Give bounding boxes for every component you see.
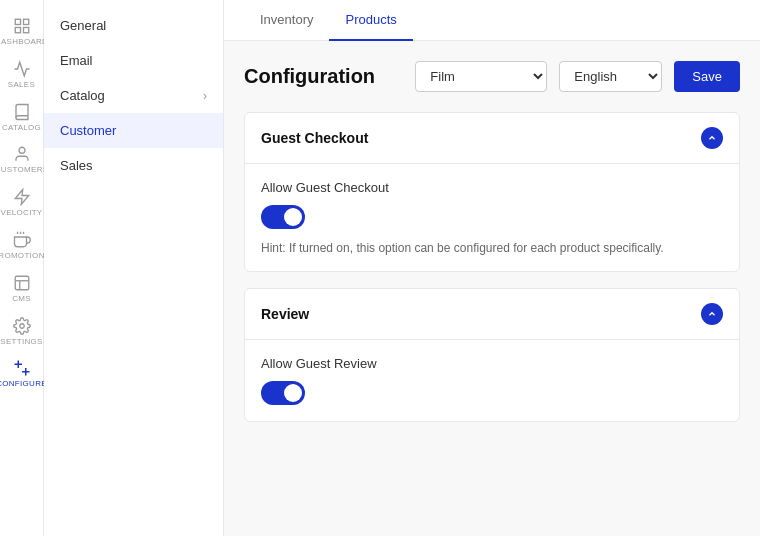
guest-checkout-hint: Hint: If turned on, this option can be c… <box>261 241 723 255</box>
svg-point-4 <box>19 148 25 154</box>
guest-checkout-collapse-btn[interactable] <box>701 127 723 149</box>
catalog-icon <box>12 102 32 122</box>
nav-label-configure: CONFIGURE <box>0 380 47 389</box>
content-area: Configuration Film All Stores Default St… <box>224 41 760 536</box>
sidebar-label-email: Email <box>60 53 93 68</box>
sidebar: General Email Catalog › Customer Sales <box>44 0 224 536</box>
store-select[interactable]: Film All Stores Default Store <box>415 61 547 92</box>
nav-label-dashboard: DASHBOARD <box>0 38 48 47</box>
allow-guest-checkout-label: Allow Guest Checkout <box>261 180 723 195</box>
icon-nav: DASHBOARD SALES CATALOG CUSTOMERS VELOCI… <box>0 0 44 536</box>
sidebar-label-customer: Customer <box>60 123 116 138</box>
config-header: Configuration Film All Stores Default St… <box>244 61 740 92</box>
nav-label-settings: SETTINGS <box>0 338 42 347</box>
customers-icon <box>12 144 32 164</box>
nav-item-catalog[interactable]: CATALOG <box>0 94 44 137</box>
language-select[interactable]: English French German Spanish <box>559 61 662 92</box>
sidebar-label-general: General <box>60 18 106 33</box>
tab-bar: Inventory Products <box>224 0 760 41</box>
sales-icon <box>12 59 32 79</box>
svg-rect-1 <box>23 19 28 24</box>
review-title: Review <box>261 306 309 322</box>
settings-icon <box>12 316 32 336</box>
tab-inventory[interactable]: Inventory <box>244 0 329 41</box>
config-title: Configuration <box>244 65 375 88</box>
nav-item-cms[interactable]: CMS <box>0 265 44 308</box>
nav-label-customers: CUSTOMERS <box>0 166 48 175</box>
nav-item-sales[interactable]: SALES <box>0 51 44 94</box>
svg-point-12 <box>19 323 24 328</box>
nav-item-customers[interactable]: CUSTOMERS <box>0 136 44 179</box>
chevron-right-icon: › <box>203 89 207 103</box>
guest-checkout-body: Allow Guest Checkout Hint: If turned on,… <box>245 164 739 271</box>
allow-guest-review-toggle[interactable] <box>261 381 305 405</box>
cms-icon <box>12 273 32 293</box>
guest-checkout-section: Guest Checkout Allow Guest Checkout Hint… <box>244 112 740 272</box>
nav-item-velocity[interactable]: VELOCITY <box>0 179 44 222</box>
nav-item-configure[interactable]: CONFIGURE <box>0 350 44 393</box>
sidebar-item-email[interactable]: Email <box>44 43 223 78</box>
svg-rect-2 <box>15 28 20 33</box>
nav-item-dashboard[interactable]: DASHBOARD <box>0 8 44 51</box>
sidebar-item-catalog[interactable]: Catalog › <box>44 78 223 113</box>
dashboard-icon <box>12 16 32 36</box>
svg-marker-5 <box>15 190 29 205</box>
nav-item-promotions[interactable]: PROMOTIONS <box>0 222 44 265</box>
sidebar-item-sales[interactable]: Sales <box>44 148 223 183</box>
save-button[interactable]: Save <box>674 61 740 92</box>
nav-label-sales: SALES <box>8 81 35 90</box>
configure-icon <box>12 358 32 378</box>
promotions-icon <box>12 230 32 250</box>
velocity-icon <box>12 187 32 207</box>
svg-rect-0 <box>15 19 20 24</box>
guest-checkout-title: Guest Checkout <box>261 130 368 146</box>
review-section: Review Allow Guest Review <box>244 288 740 422</box>
allow-guest-review-label: Allow Guest Review <box>261 356 723 371</box>
review-collapse-btn[interactable] <box>701 303 723 325</box>
svg-rect-3 <box>23 28 28 33</box>
nav-label-catalog: CATALOG <box>2 124 41 133</box>
nav-label-cms: CMS <box>12 295 31 304</box>
review-header: Review <box>245 289 739 340</box>
guest-checkout-header: Guest Checkout <box>245 113 739 164</box>
nav-label-velocity: VELOCITY <box>1 209 43 218</box>
sidebar-label-catalog: Catalog <box>60 88 105 103</box>
nav-label-promotions: PROMOTIONS <box>0 252 50 261</box>
tab-products[interactable]: Products <box>329 0 412 41</box>
svg-rect-9 <box>15 276 29 290</box>
main-content: Inventory Products Configuration Film Al… <box>224 0 760 536</box>
sidebar-item-customer[interactable]: Customer <box>44 113 223 148</box>
sidebar-item-general[interactable]: General <box>44 8 223 43</box>
nav-item-settings[interactable]: SETTINGS <box>0 308 44 351</box>
sidebar-label-sales: Sales <box>60 158 93 173</box>
allow-guest-checkout-toggle[interactable] <box>261 205 305 229</box>
review-body: Allow Guest Review <box>245 340 739 421</box>
